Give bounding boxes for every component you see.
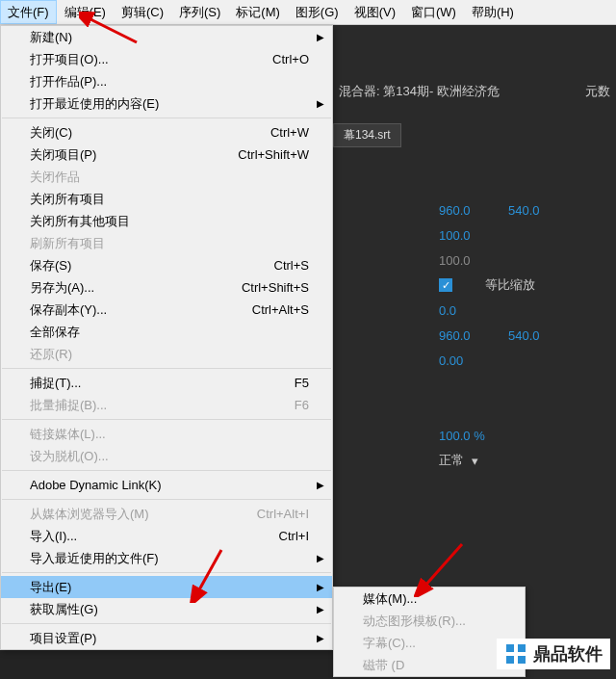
menu-item[interactable]: 获取属性(G)▶ (1, 598, 332, 620)
svg-rect-4 (518, 644, 526, 652)
menu-item[interactable]: 导入(I)...Ctrl+I (1, 525, 332, 547)
menu-item[interactable]: 另存为(A)...Ctrl+Shift+S (1, 276, 332, 299)
checkbox-icon[interactable]: ✓ (439, 278, 452, 292)
menu-separator (2, 368, 331, 369)
chevron-down-icon: ▾ (472, 454, 478, 468)
menu-shortcut: Ctrl+I (279, 529, 324, 543)
effect-controls-panel: 混合器: 第134期- 欧洲经济危 元数 幕134.srt 960.0 540.… (333, 25, 616, 679)
menu-item[interactable]: 打开最近使用的内容(E)▶ (1, 92, 332, 115)
menu-item[interactable]: 打开项目(O)...Ctrl+O (1, 48, 332, 70)
submenu-arrow-icon: ▶ (317, 32, 324, 42)
menu-shortcut: F6 (295, 398, 324, 412)
opacity-row: 100.0 % (333, 423, 616, 448)
value[interactable]: 960.0 (439, 328, 479, 343)
menu-item[interactable]: 保存副本(Y)...Ctrl+Alt+S (1, 299, 332, 321)
menu-item[interactable]: 导出(E)▶ (1, 576, 332, 598)
menu-item-label: 关闭(C) (30, 124, 270, 142)
menubar: 文件(F) 编辑(E) 剪辑(C) 序列(S) 标记(M) 图形(G) 视图(V… (0, 0, 616, 25)
menu-item[interactable]: 保存(S)Ctrl+S (1, 254, 332, 276)
menu-help[interactable]: 帮助(H) (464, 0, 522, 24)
menu-item: 刷新所有项目 (1, 232, 332, 254)
menu-item[interactable]: 关闭(C)Ctrl+W (1, 121, 332, 144)
menu-item-label: 从媒体浏览器导入(M) (30, 506, 257, 523)
menu-item: 链接媒体(L)... (1, 423, 332, 445)
menu-item[interactable]: 全部保存 (1, 321, 332, 343)
anchor-row: 960.0 540.0 (333, 323, 616, 348)
menu-item-label: 项目设置(P) (30, 630, 324, 647)
menu-separator (2, 499, 331, 500)
menu-graphics[interactable]: 图形(G) (288, 0, 346, 24)
scale-width-row: 100.0 (333, 248, 616, 273)
uniform-scale-row: ✓ 等比缩放 (333, 273, 616, 298)
menu-item: 批量捕捉(B)...F6 (1, 394, 332, 416)
position-row: 960.0 540.0 (333, 197, 616, 222)
menu-marker[interactable]: 标记(M) (228, 0, 288, 24)
menu-shortcut: Ctrl+Alt+S (252, 302, 324, 317)
menu-shortcut: F5 (295, 376, 324, 390)
menu-shortcut: Ctrl+Alt+I (257, 507, 324, 521)
value[interactable]: 100.0 % (439, 429, 485, 443)
value[interactable]: 0.0 (439, 303, 479, 318)
menu-item[interactable]: 关闭所有其他项目 (1, 210, 332, 232)
submenu-item[interactable]: 媒体(M)... (334, 588, 525, 610)
menu-item[interactable]: 打开作品(P)... (1, 70, 332, 92)
menu-item-label: 另存为(A)... (30, 279, 242, 297)
submenu-item: 动态图形模板(R)... (334, 610, 525, 632)
submenu-item-label: 磁带 (D (363, 657, 517, 674)
menu-item[interactable]: 项目设置(P)▶ (1, 627, 332, 649)
menu-separator (2, 118, 331, 118)
menu-item[interactable]: 关闭所有项目 (1, 188, 332, 210)
submenu-arrow-icon: ▶ (317, 604, 324, 614)
menu-shortcut: Ctrl+S (274, 258, 324, 273)
menu-sequence[interactable]: 序列(S) (171, 0, 228, 24)
value[interactable]: 540.0 (508, 203, 549, 218)
menu-item-label: 新建(N) (30, 29, 324, 46)
value[interactable]: 960.0 (439, 203, 479, 218)
menu-item[interactable]: 导入最近使用的文件(F)▶ (1, 547, 332, 569)
source-tab[interactable]: 幕134.srt (333, 123, 401, 147)
menu-edit[interactable]: 编辑(E) (57, 0, 114, 24)
menu-item[interactable]: 捕捉(T)...F5 (1, 372, 332, 394)
menu-item[interactable]: Adobe Dynamic Link(K)▶ (1, 474, 332, 496)
menu-item-label: 全部保存 (30, 324, 324, 341)
menu-shortcut: Ctrl+Shift+S (242, 280, 324, 295)
menu-clip[interactable]: 剪辑(C) (114, 0, 171, 24)
menu-item-label: 打开最近使用的内容(E) (30, 95, 324, 113)
rotation-row: 0.0 (333, 298, 616, 323)
value[interactable]: 0.00 (439, 353, 479, 368)
menu-item-label: 关闭项目(P) (30, 146, 238, 164)
menu-shortcut: Ctrl+W (270, 125, 324, 140)
watermark-text: 鼎品软件 (533, 642, 603, 666)
menu-shortcut: Ctrl+Shift+W (238, 147, 324, 162)
menu-item-label: 关闭所有其他项目 (30, 213, 324, 230)
menu-item-label: 导入最近使用的文件(F) (30, 550, 324, 567)
submenu-item-label: 媒体(M)... (363, 590, 517, 608)
menu-view[interactable]: 视图(V) (346, 0, 403, 24)
scale-row: 100.0 (333, 222, 616, 248)
menu-item-label: 打开作品(P)... (30, 73, 324, 91)
watermark: 鼎品软件 (497, 639, 610, 669)
menu-window[interactable]: 窗口(W) (403, 0, 464, 24)
menu-item-label: 捕捉(T)... (30, 375, 295, 392)
menu-separator (2, 623, 331, 624)
menu-item-label: 导入(I)... (30, 528, 279, 545)
submenu-arrow-icon: ▶ (317, 480, 324, 490)
value[interactable]: 100.0 (439, 228, 479, 243)
submenu-arrow-icon: ▶ (317, 98, 324, 109)
panel-title: 混合器: 第134期- 欧洲经济危 元数 (333, 25, 616, 100)
submenu-arrow-icon: ▶ (317, 582, 324, 592)
menu-item-label: 保存(S) (30, 257, 274, 274)
value[interactable]: 540.0 (508, 328, 549, 343)
menu-item-label: 打开项目(O)... (30, 51, 272, 68)
menu-item[interactable]: 新建(N)▶ (1, 26, 332, 48)
submenu-item-label: 字幕(C)... (363, 635, 517, 652)
submenu-arrow-icon: ▶ (317, 553, 324, 563)
menu-item[interactable]: 关闭项目(P)Ctrl+Shift+W (1, 144, 332, 166)
menu-separator (2, 572, 331, 573)
blendmode-row: 正常 ▾ (333, 448, 616, 473)
value: 100.0 (439, 253, 479, 268)
menu-file[interactable]: 文件(F) (0, 0, 57, 24)
blendmode-dropdown[interactable]: 正常 ▾ (439, 452, 478, 469)
svg-rect-6 (518, 656, 526, 664)
menu-separator (2, 470, 331, 471)
